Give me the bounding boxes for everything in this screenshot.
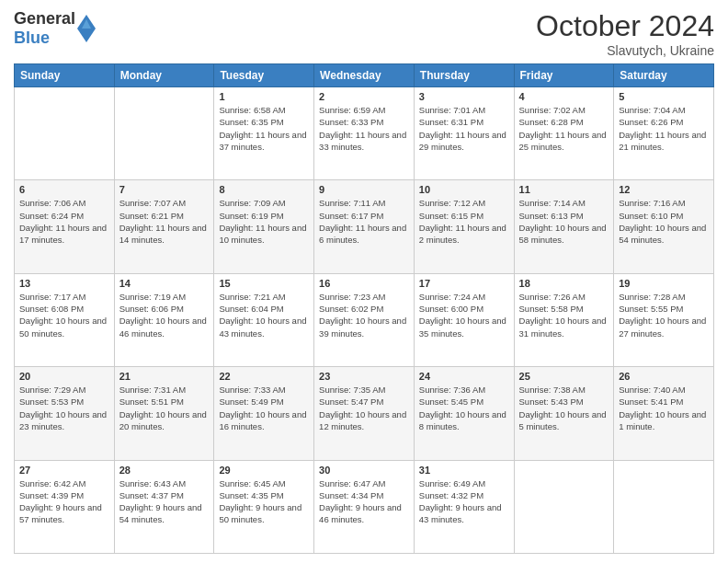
day-number: 26 (619, 371, 709, 382)
day-number: 10 (419, 184, 509, 195)
day-info: Sunrise: 7:12 AM Sunset: 6:15 PM Dayligh… (419, 197, 509, 246)
table-row: 11Sunrise: 7:14 AM Sunset: 6:13 PM Dayli… (514, 180, 614, 273)
day-number: 18 (519, 278, 609, 289)
table-row: 12Sunrise: 7:16 AM Sunset: 6:10 PM Dayli… (614, 180, 714, 273)
table-row: 13Sunrise: 7:17 AM Sunset: 6:08 PM Dayli… (15, 273, 115, 366)
day-number: 22 (219, 371, 309, 382)
day-number: 1 (219, 91, 309, 102)
table-row: 1Sunrise: 6:58 AM Sunset: 6:35 PM Daylig… (214, 87, 314, 180)
week-row-4: 27Sunrise: 6:42 AM Sunset: 4:39 PM Dayli… (15, 460, 714, 553)
title-block: October 2024 Slavutych, Ukraine (536, 9, 714, 58)
page-container: General Blue October 2024 Slavutych, Ukr… (0, 0, 728, 563)
day-info: Sunrise: 6:43 AM Sunset: 4:37 PM Dayligh… (119, 477, 210, 526)
calendar-body: 1Sunrise: 6:58 AM Sunset: 6:35 PM Daylig… (15, 87, 714, 554)
day-number: 24 (419, 371, 509, 382)
day-info: Sunrise: 7:17 AM Sunset: 6:08 PM Dayligh… (19, 291, 109, 339)
table-row: 15Sunrise: 7:21 AM Sunset: 6:04 PM Dayli… (214, 273, 314, 366)
day-info: Sunrise: 7:23 AM Sunset: 6:02 PM Dayligh… (319, 291, 409, 339)
day-number: 2 (319, 91, 409, 102)
month-title: October 2024 (536, 9, 714, 43)
page-header: General Blue October 2024 Slavutych, Ukr… (14, 9, 714, 58)
table-row: 2Sunrise: 6:59 AM Sunset: 6:33 PM Daylig… (314, 87, 415, 180)
col-friday: Friday (514, 64, 614, 87)
table-row: 27Sunrise: 6:42 AM Sunset: 4:39 PM Dayli… (15, 460, 115, 553)
day-info: Sunrise: 7:04 AM Sunset: 6:26 PM Dayligh… (619, 104, 709, 153)
col-monday: Monday (114, 64, 214, 87)
day-info: Sunrise: 7:31 AM Sunset: 5:51 PM Dayligh… (119, 384, 210, 432)
day-number: 17 (419, 278, 509, 289)
day-info: Sunrise: 6:45 AM Sunset: 4:35 PM Dayligh… (219, 477, 309, 526)
table-row: 22Sunrise: 7:33 AM Sunset: 5:49 PM Dayli… (214, 367, 314, 460)
day-number: 28 (119, 465, 210, 476)
logo: General Blue (14, 9, 96, 48)
day-number: 6 (19, 184, 109, 195)
table-row: 10Sunrise: 7:12 AM Sunset: 6:15 PM Dayli… (414, 180, 514, 273)
calendar-header-row: Sunday Monday Tuesday Wednesday Thursday… (15, 64, 714, 87)
day-number: 25 (519, 371, 609, 382)
table-row: 8Sunrise: 7:09 AM Sunset: 6:19 PM Daylig… (214, 180, 314, 273)
col-wednesday: Wednesday (314, 64, 415, 87)
day-info: Sunrise: 6:47 AM Sunset: 4:34 PM Dayligh… (319, 477, 409, 526)
table-row: 9Sunrise: 7:11 AM Sunset: 6:17 PM Daylig… (314, 180, 415, 273)
week-row-0: 1Sunrise: 6:58 AM Sunset: 6:35 PM Daylig… (15, 87, 714, 180)
day-info: Sunrise: 7:01 AM Sunset: 6:31 PM Dayligh… (419, 104, 509, 153)
table-row: 18Sunrise: 7:26 AM Sunset: 5:58 PM Dayli… (514, 273, 614, 366)
day-number: 16 (319, 278, 409, 289)
day-info: Sunrise: 7:28 AM Sunset: 5:55 PM Dayligh… (619, 291, 709, 339)
day-info: Sunrise: 7:29 AM Sunset: 5:53 PM Dayligh… (19, 384, 109, 432)
day-number: 8 (219, 184, 309, 195)
day-info: Sunrise: 7:14 AM Sunset: 6:13 PM Dayligh… (519, 197, 609, 246)
week-row-1: 6Sunrise: 7:06 AM Sunset: 6:24 PM Daylig… (15, 180, 714, 273)
day-number: 29 (219, 465, 309, 476)
day-number: 7 (119, 184, 210, 195)
table-row: 17Sunrise: 7:24 AM Sunset: 6:00 PM Dayli… (414, 273, 514, 366)
logo-blue: Blue (14, 29, 75, 48)
table-row: 25Sunrise: 7:38 AM Sunset: 5:43 PM Dayli… (514, 367, 614, 460)
week-row-2: 13Sunrise: 7:17 AM Sunset: 6:08 PM Dayli… (15, 273, 714, 366)
table-row (114, 87, 214, 180)
day-info: Sunrise: 7:07 AM Sunset: 6:21 PM Dayligh… (119, 197, 210, 246)
table-row: 31Sunrise: 6:49 AM Sunset: 4:32 PM Dayli… (414, 460, 514, 553)
table-row: 30Sunrise: 6:47 AM Sunset: 4:34 PM Dayli… (314, 460, 415, 553)
table-row: 4Sunrise: 7:02 AM Sunset: 6:28 PM Daylig… (514, 87, 614, 180)
day-number: 4 (519, 91, 609, 102)
day-number: 5 (619, 91, 709, 102)
location-subtitle: Slavutych, Ukraine (536, 43, 714, 58)
day-number: 20 (19, 371, 109, 382)
day-number: 30 (319, 465, 409, 476)
table-row: 29Sunrise: 6:45 AM Sunset: 4:35 PM Dayli… (214, 460, 314, 553)
table-row (614, 460, 714, 553)
table-row: 20Sunrise: 7:29 AM Sunset: 5:53 PM Dayli… (15, 367, 115, 460)
day-number: 31 (419, 465, 509, 476)
table-row: 19Sunrise: 7:28 AM Sunset: 5:55 PM Dayli… (614, 273, 714, 366)
table-row: 5Sunrise: 7:04 AM Sunset: 6:26 PM Daylig… (614, 87, 714, 180)
calendar-table: Sunday Monday Tuesday Wednesday Thursday… (14, 63, 714, 554)
table-row: 21Sunrise: 7:31 AM Sunset: 5:51 PM Dayli… (114, 367, 214, 460)
day-info: Sunrise: 7:24 AM Sunset: 6:00 PM Dayligh… (419, 291, 509, 339)
day-info: Sunrise: 7:35 AM Sunset: 5:47 PM Dayligh… (319, 384, 409, 432)
day-info: Sunrise: 7:36 AM Sunset: 5:45 PM Dayligh… (419, 384, 509, 432)
day-number: 12 (619, 184, 709, 195)
table-row: 3Sunrise: 7:01 AM Sunset: 6:31 PM Daylig… (414, 87, 514, 180)
day-info: Sunrise: 6:59 AM Sunset: 6:33 PM Dayligh… (319, 104, 409, 153)
day-info: Sunrise: 7:11 AM Sunset: 6:17 PM Dayligh… (319, 197, 409, 246)
day-number: 19 (619, 278, 709, 289)
day-info: Sunrise: 7:38 AM Sunset: 5:43 PM Dayligh… (519, 384, 609, 432)
table-row: 26Sunrise: 7:40 AM Sunset: 5:41 PM Dayli… (614, 367, 714, 460)
day-info: Sunrise: 7:02 AM Sunset: 6:28 PM Dayligh… (519, 104, 609, 153)
week-row-3: 20Sunrise: 7:29 AM Sunset: 5:53 PM Dayli… (15, 367, 714, 460)
logo-icon (77, 15, 96, 42)
col-saturday: Saturday (614, 64, 714, 87)
table-row: 23Sunrise: 7:35 AM Sunset: 5:47 PM Dayli… (314, 367, 415, 460)
table-row: 7Sunrise: 7:07 AM Sunset: 6:21 PM Daylig… (114, 180, 214, 273)
table-row: 28Sunrise: 6:43 AM Sunset: 4:37 PM Dayli… (114, 460, 214, 553)
col-tuesday: Tuesday (214, 64, 314, 87)
day-info: Sunrise: 7:19 AM Sunset: 6:06 PM Dayligh… (119, 291, 210, 339)
day-info: Sunrise: 7:16 AM Sunset: 6:10 PM Dayligh… (619, 197, 709, 246)
col-sunday: Sunday (15, 64, 115, 87)
table-row: 24Sunrise: 7:36 AM Sunset: 5:45 PM Dayli… (414, 367, 514, 460)
day-info: Sunrise: 6:42 AM Sunset: 4:39 PM Dayligh… (19, 477, 109, 526)
day-number: 3 (419, 91, 509, 102)
day-number: 13 (19, 278, 109, 289)
day-info: Sunrise: 6:58 AM Sunset: 6:35 PM Dayligh… (219, 104, 309, 153)
